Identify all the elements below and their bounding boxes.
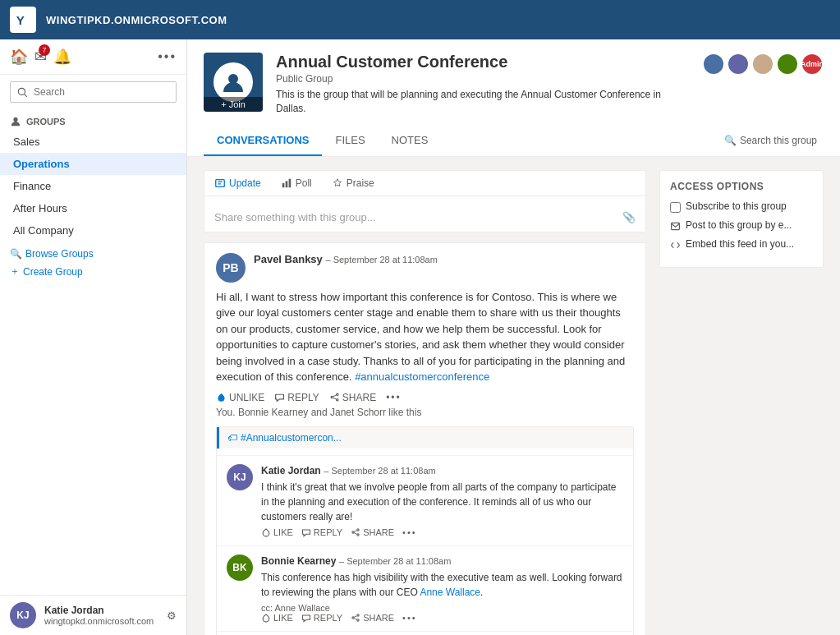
svg-point-21 [357,619,359,620]
svg-line-17 [354,530,357,531]
svg-rect-7 [285,181,287,187]
group-type: Public Group [276,73,689,85]
compose-praise-button[interactable]: Praise [322,171,384,196]
mail-icon[interactable]: ✉ 7 [34,48,47,66]
share-button[interactable]: SHARE [329,392,376,403]
group-logo: + Join [204,53,263,112]
feed-main: Update Poll Praise Share something with … [204,170,646,622]
svg-line-13 [333,398,336,399]
more-options-icon[interactable]: ••• [158,49,177,64]
svg-line-22 [354,615,357,617]
reply-author-bonnie[interactable]: Bonnie Kearney [261,555,336,567]
group-search[interactable]: 🔍 Search this group [718,128,824,153]
thread-container: 🏷 #Annualcustomercon... KJ Katie Jordan [216,426,634,635]
svg-rect-3 [216,179,225,186]
search-icon: 🔍 [724,135,737,146]
reply-more-icon-bonnie[interactable]: ••• [402,613,417,623]
svg-point-11 [336,399,337,401]
yammer-logo[interactable]: Y [10,7,36,33]
feed: Update Poll Praise Share something with … [187,157,840,635]
subscribe-checkbox[interactable] [670,202,681,213]
sidebar-item-all-company[interactable]: All Company [0,219,186,242]
bell-icon[interactable]: 🔔 [53,48,71,66]
compose-box: Update Poll Praise Share something with … [204,170,646,232]
post-body: Hi all, I want to stress how important t… [216,289,634,385]
access-option-subscribe: Subscribe to this group [670,200,813,213]
tab-conversations[interactable]: CONVERSATIONS [204,126,322,156]
reply-avatar-katie: KJ [227,464,253,490]
reply-reply-button-bonnie[interactable]: REPLY [301,613,342,623]
svg-point-16 [357,533,359,535]
reply-like-button-katie[interactable]: LIKE [261,527,293,537]
post-meta: Pavel Banksy – September 28 at 11:08am [254,253,634,283]
sidebar-footer: KJ Katie Jordan wingtopkd.onmicrosoft.co… [0,595,186,635]
reply-more-icon-katie[interactable]: ••• [402,527,417,537]
groups-section-header: GROUPS [0,109,186,131]
join-button[interactable]: + Join [204,97,263,112]
topbar: Y WINGTIPKD.ONMICROSOFT.COM [0,0,840,39]
reply-time-katie: – September 28 at 11:08am [324,466,435,476]
post-hashtag-link[interactable]: #annualcustomerconference [355,370,489,383]
compose-input[interactable]: Share something with this group... 📎 [204,203,645,232]
access-option-post: Post to this group by e... [670,219,813,232]
attachment-icon[interactable]: 📎 [622,211,636,223]
thread-tag[interactable]: 🏷 #Annualcustomercon... [217,427,633,449]
settings-icon[interactable]: ⚙ [167,610,177,622]
sidebar-item-finance[interactable]: Finance [0,175,186,197]
post-author-name[interactable]: Pavel Banksy [254,253,323,265]
unlike-button[interactable]: UNLIKE [216,392,264,403]
reply-share-button-katie[interactable]: SHARE [351,527,394,537]
member-avatar-1 [702,53,725,76]
reply-like-button-bonnie[interactable]: LIKE [261,613,293,623]
reply-body-bonnie: This conference has high visibility with… [261,570,623,600]
feed-sidebar: ACCESS OPTIONS Subscribe to this group P… [659,170,824,622]
post-header: PB Pavel Banksy – September 28 at 11:08a… [216,253,634,283]
write-reply-container: Write a reply 📎 [217,631,633,635]
reply-cc-bonnie: cc: Anne Wallace [261,603,623,613]
group-header-top: + Join Annual Customer Conference Public… [204,53,824,116]
access-option-embed: Embed this feed in you... [670,238,813,251]
group-info: Annual Customer Conference Public Group … [276,53,689,116]
current-user-name: Katie Jordan [44,605,158,616]
create-group-link[interactable]: ＋ Create Group [10,265,177,278]
compose-update-button[interactable]: Update [204,171,271,196]
browse-groups-link[interactable]: 🔍 Browse Groups [10,248,177,260]
home-icon[interactable]: 🏠 [10,48,28,66]
svg-point-15 [352,531,354,532]
sidebar-item-sales[interactable]: Sales [0,131,186,153]
tab-files[interactable]: FILES [322,126,378,156]
reply-share-button-bonnie[interactable]: SHARE [351,613,394,623]
sidebar-item-operations[interactable]: Operations [0,153,186,175]
svg-rect-6 [282,183,284,187]
post-likes: You. Bonnie Kearney and Janet Schorr lik… [216,407,634,418]
reply-katie: KJ Katie Jordan – September 28 at 11:08a… [217,455,633,545]
current-user-email: wingtopkd.onmicrosoft.com [44,616,158,626]
reply-actions-bonnie: LIKE REPLY SHARE [261,613,623,623]
reply-avatar-bonnie: BK [227,554,253,581]
reply-reply-button-katie[interactable]: REPLY [301,527,342,537]
tab-notes[interactable]: NOTES [379,126,442,156]
group-tabs-row: CONVERSATIONS FILES NOTES 🔍 Search this … [204,126,824,156]
mention-anne-wallace[interactable]: Anne Wallace [420,587,480,598]
sidebar-item-after-hours[interactable]: After Hours [0,197,186,219]
access-options-panel: ACCESS OPTIONS Subscribe to this group P… [659,170,824,268]
reply-time-bonnie: – September 28 at 11:08am [339,556,451,566]
reply-actions-katie: LIKE REPLY SHARE [261,527,623,537]
compose-poll-button[interactable]: Poll [271,171,322,196]
group-description: This is the group that will be planning … [276,88,686,116]
reply-button[interactable]: REPLY [274,392,319,403]
reply-author-katie[interactable]: Katie Jordan [261,465,321,476]
svg-point-19 [357,614,359,615]
post-actions: UNLIKE REPLY SHARE ••• [216,392,634,403]
svg-point-10 [331,396,333,398]
sidebar: 🏠 ✉ 7 🔔 ••• GROUPS Sales Operations Fina… [0,39,187,635]
more-actions-icon[interactable]: ••• [386,392,402,403]
post-author-avatar: PB [216,253,246,283]
member-avatar-3 [751,53,774,76]
svg-rect-8 [288,178,291,187]
svg-line-12 [333,395,336,397]
main-post: PB Pavel Banksy – September 28 at 11:08a… [204,242,646,635]
sidebar-links: 🔍 Browse Groups ＋ Create Group [0,242,186,285]
svg-point-14 [357,528,359,530]
search-input[interactable] [10,81,177,103]
